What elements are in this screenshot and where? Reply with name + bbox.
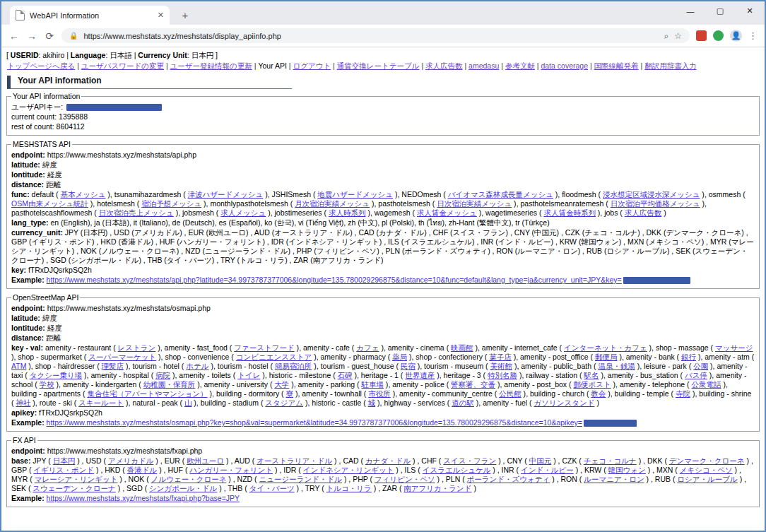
tab-close-icon[interactable]: ✕	[158, 11, 164, 20]
bookmark-star-icon[interactable]: ☆	[674, 31, 682, 41]
inline-link[interactable]: バイオマス森林成長量メッシュ	[448, 190, 553, 199]
inline-link[interactable]: 銀行	[681, 353, 696, 361]
inline-link[interactable]: ノルウェー・クローネ	[151, 475, 227, 483]
inline-link[interactable]: イギリス・ポンド	[33, 466, 94, 474]
inline-link[interactable]: アメリカドル	[108, 456, 153, 465]
inline-link[interactable]: 菓子店	[489, 353, 512, 361]
inline-link[interactable]: 石碑	[338, 371, 353, 379]
inline-link[interactable]: 特別名勝	[488, 371, 517, 379]
nav-item[interactable]: amedasu	[469, 61, 499, 70]
inline-link[interactable]: スタジアム	[265, 398, 303, 407]
inline-link[interactable]: チェコ・コルナ	[584, 456, 637, 465]
inline-link[interactable]: ATM	[11, 362, 26, 370]
nav-item[interactable]: 翻訳用辞書入力	[644, 61, 697, 70]
reload-icon[interactable]: ⟳	[44, 30, 55, 42]
new-tab-button[interactable]: +	[177, 9, 194, 21]
inline-link[interactable]: 求人時系列	[329, 208, 366, 217]
inline-link[interactable]: 世界遺産	[405, 371, 435, 379]
inline-link[interactable]: 薬局	[392, 353, 407, 361]
inline-link[interactable]: 警察署、交番	[451, 380, 495, 389]
inline-link[interactable]: レストラン	[118, 343, 156, 352]
inline-link[interactable]: 求人賃金メッシュ	[417, 208, 477, 217]
inline-link[interactable]: 月次宿泊実績メッシュ	[295, 199, 370, 208]
inline-link[interactable]: 温泉・銭湯	[598, 362, 635, 370]
inline-link[interactable]: ファーストフード	[234, 343, 294, 352]
inline-link[interactable]: 香港ドル	[127, 466, 158, 474]
inline-link[interactable]: コンビニエンスストア	[236, 353, 312, 361]
inline-link[interactable]: 地震ハザードメッシュ	[317, 190, 393, 199]
inline-link[interactable]: バス停	[685, 371, 707, 379]
inline-link[interactable]: トイレ	[237, 371, 260, 379]
nav-item[interactable]: 国際線離発着	[594, 61, 639, 70]
inline-link[interactable]: 道の駅	[452, 398, 474, 407]
back-icon[interactable]: ←	[8, 30, 20, 42]
inline-link[interactable]: 理髪店	[102, 362, 124, 370]
inline-link[interactable]: ハンガリー・フォリント	[189, 466, 273, 474]
inline-link[interactable]: 映画館	[451, 343, 473, 352]
inline-link[interactable]: スーパーマーケット	[88, 353, 156, 361]
inline-link[interactable]: タイ・バーツ	[249, 484, 295, 492]
inline-link[interactable]: 寮	[286, 389, 294, 398]
nav-item[interactable]: ユーザパスワードの変更	[81, 61, 164, 70]
inline-link[interactable]: 城	[368, 398, 376, 407]
inline-link[interactable]: 公衆電話	[691, 380, 721, 389]
inline-link[interactable]: 大学	[274, 380, 289, 389]
inline-link[interactable]: 中国元	[529, 456, 552, 465]
inline-link[interactable]: デンマーク・クローネ	[669, 456, 745, 465]
inline-link[interactable]: インド・ルピー	[521, 466, 574, 474]
maximize-button[interactable]: ▢	[705, 1, 735, 20]
inline-link[interactable]: 公園	[693, 362, 708, 370]
inline-link[interactable]: メキシコ・ペソ	[680, 466, 733, 474]
nav-item[interactable]: 求人広告数	[425, 61, 463, 70]
inline-link[interactable]: 浸水想定区域浸水深メッシュ	[603, 190, 700, 199]
inline-link[interactable]: 民宿	[401, 362, 416, 370]
nav-item[interactable]: ログアウト	[293, 61, 331, 70]
url-text[interactable]: https://www.meshstats.xyz/meshstats/disp…	[83, 32, 658, 40]
inline-link[interactable]: インターネット・カフェ	[564, 343, 647, 352]
inline-link[interactable]: https://www.meshstats.xyz/meshstats/osma…	[47, 418, 582, 427]
inline-link[interactable]: 駐車場	[361, 380, 384, 389]
inline-link[interactable]: カフェ	[356, 343, 379, 352]
minimize-button[interactable]: —	[676, 1, 705, 20]
nav-item[interactable]: data coverage	[541, 61, 588, 70]
inline-link[interactable]: 求人賃金時系列	[543, 208, 596, 217]
inline-link[interactable]: 郵便局	[595, 353, 618, 361]
inline-link[interactable]: https://www.meshstats.xyz/meshstats/api.…	[47, 276, 622, 284]
inline-link[interactable]: マッサージ	[715, 343, 753, 352]
inline-link[interactable]: 神社	[16, 398, 30, 407]
inline-link[interactable]: ルーマニア・ロン	[584, 475, 644, 483]
extension-red-icon[interactable]	[696, 30, 707, 41]
inline-link[interactable]: 公民館	[499, 389, 522, 398]
profile-avatar-icon[interactable]: 👤	[730, 30, 742, 42]
inline-link[interactable]: 南アフリカ・ランド	[403, 484, 471, 492]
inline-link[interactable]: イスラエルシュケル	[423, 466, 491, 474]
inline-link[interactable]: 教会	[591, 389, 606, 398]
inline-link[interactable]: ニュージーランド・ドル	[259, 475, 342, 483]
menu-kebab-icon[interactable]: ⋮	[748, 30, 758, 41]
extension-green-icon[interactable]	[713, 30, 724, 41]
inline-link[interactable]: タクシー乗り場	[30, 371, 82, 379]
inline-link[interactable]: カナダ・ドル	[365, 456, 411, 465]
inline-link[interactable]: 集合住宅（アパートやマンション）	[87, 389, 207, 398]
nav-item[interactable]: トップページへ戻る	[7, 61, 75, 70]
address-bar[interactable]: 🔒 https://www.meshstats.xyz/meshstats/di…	[61, 28, 690, 43]
inline-link[interactable]: オーストラリア・ドル	[257, 456, 332, 465]
inline-link[interactable]: 市役所	[368, 389, 391, 398]
inline-link[interactable]: 津波ハザードメッシュ	[188, 190, 264, 199]
inline-link[interactable]: 韓国ウォン	[608, 466, 646, 474]
inline-link[interactable]: https://www.meshstats.xyz/meshstats/fxap…	[47, 494, 240, 502]
inline-link[interactable]: 基本メッシュ	[60, 190, 105, 199]
inline-link[interactable]: フィリピン・ペソ	[375, 475, 435, 483]
inline-link[interactable]: 美術館	[490, 362, 512, 370]
inline-link[interactable]: 郵便ポスト	[573, 380, 611, 389]
inline-link[interactable]: 日次宿泊平均価格メッシュ	[611, 199, 700, 208]
inline-link[interactable]: スキールート	[78, 398, 124, 407]
browser-tab[interactable]: WebAPI Information ✕	[10, 6, 170, 25]
inline-link[interactable]: シンガポール・ドル	[149, 484, 217, 492]
inline-link[interactable]: 日次宿泊実績メッシュ	[437, 199, 512, 208]
inline-link[interactable]: ホテル	[186, 362, 208, 370]
inline-link[interactable]: ガソリンスタンド	[534, 398, 595, 407]
inline-link[interactable]: 寺院	[676, 389, 690, 398]
inline-link[interactable]: 山	[184, 398, 192, 407]
inline-link[interactable]: 日次宿泊売上メッシュ	[99, 208, 174, 217]
